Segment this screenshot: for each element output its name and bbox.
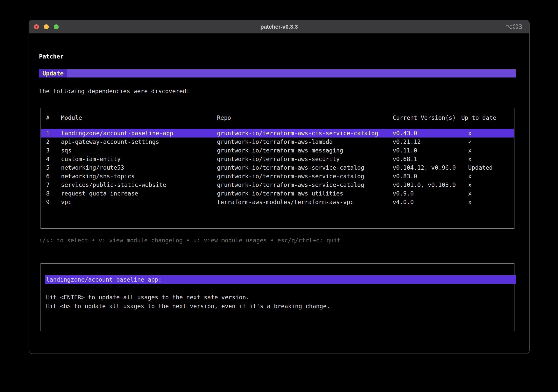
row-module: sqs — [61, 146, 217, 155]
row-num: 5 — [46, 163, 61, 172]
row-status: x — [461, 198, 514, 206]
titlebar[interactable]: patcher-v0.3.3 ⌥⌘3 — [29, 20, 529, 33]
detail-instruction-b: Hit <b> to update all usages to the next… — [46, 302, 514, 311]
table-row[interactable]: 9 vpc terraform-aws-modules/terraform-aw… — [41, 198, 514, 206]
tab-bar: Update — [39, 69, 516, 77]
row-versions: v0.101.0, v0.103.0 — [393, 181, 461, 189]
table-row[interactable]: 5 networking/route53 gruntwork-io/terraf… — [41, 163, 514, 172]
tab-update[interactable]: Update — [39, 69, 67, 77]
table-row[interactable]: 3 sqs gruntwork-io/terraform-aws-messagi… — [41, 146, 514, 155]
row-repo: gruntwork-io/terraform-aws-utilities — [217, 189, 393, 198]
row-versions: v0.104.12, v0.96.0 — [393, 163, 461, 172]
table-body: 1 landingzone/account-baseline-app grunt… — [41, 129, 514, 206]
row-module: services/public-static-website — [61, 181, 217, 189]
table-row[interactable]: 4 custom-iam-entity gruntwork-io/terrafo… — [41, 155, 514, 163]
detail-instruction-enter: Hit <ENTER> to update all usages to the … — [46, 293, 514, 302]
module-detail-panel: landingzone/account-baseline-app: Hit <E… — [41, 263, 514, 331]
dependencies-table: # Module Repo Current Version(s) Up to d… — [41, 108, 514, 229]
terminal-window: patcher-v0.3.3 ⌥⌘3 Patcher Update The fo… — [29, 20, 530, 354]
row-module: request-quota-increase — [61, 189, 217, 198]
row-repo: gruntwork-io/terraform-aws-service-catal… — [217, 163, 393, 172]
close-button-icon[interactable] — [34, 24, 39, 29]
row-num: 4 — [46, 155, 61, 163]
intro-text: The following dependencies were discover… — [39, 88, 516, 94]
row-versions: v0.68.1 — [393, 155, 461, 163]
row-repo: terraform-aws-modules/terraform-aws-vpc — [217, 198, 393, 206]
zoom-button-icon[interactable] — [54, 24, 59, 29]
row-repo: gruntwork-io/terraform-aws-lambda — [217, 138, 393, 146]
row-versions: v0.83.0 — [393, 172, 461, 181]
row-module: vpc — [61, 198, 217, 206]
row-status: x — [461, 189, 514, 198]
app-title: Patcher — [39, 53, 516, 60]
traffic-lights — [34, 24, 59, 29]
terminal-content: Patcher Update The following dependencie… — [39, 33, 516, 354]
row-status: x — [461, 146, 514, 155]
row-repo: gruntwork-io/terraform-aws-security — [217, 155, 393, 163]
row-num: 7 — [46, 181, 61, 189]
detail-instructions: Hit <ENTER> to update all usages to the … — [46, 293, 514, 311]
row-status: x — [461, 172, 514, 181]
row-num: 1 — [46, 129, 61, 138]
row-versions: v0.9.0 — [393, 189, 461, 198]
selected-module-banner: landingzone/account-baseline-app: — [45, 275, 516, 284]
row-repo: gruntwork-io/terraform-aws-service-catal… — [217, 181, 393, 189]
table-row[interactable]: 6 networking/sns-topics gruntwork-io/ter… — [41, 172, 514, 181]
row-versions: v0.21.12 — [393, 138, 461, 146]
row-versions: v0.11.0 — [393, 146, 461, 155]
row-num: 3 — [46, 146, 61, 155]
row-status: x — [461, 155, 514, 163]
row-num: 6 — [46, 172, 61, 181]
header-repo: Repo — [217, 114, 393, 121]
row-module: api-gateway-account-settings — [61, 138, 217, 146]
table-row[interactable]: 2 api-gateway-account-settings gruntwork… — [41, 138, 514, 146]
window-title: patcher-v0.3.3 — [261, 24, 298, 30]
row-num: 9 — [46, 198, 61, 206]
table-row[interactable]: 7 services/public-static-website gruntwo… — [41, 181, 514, 189]
row-status: x — [461, 181, 514, 189]
row-status: ✓ — [461, 138, 514, 146]
row-status: Updated — [461, 163, 514, 172]
row-num: 2 — [46, 138, 61, 146]
header-versions: Current Version(s) — [393, 114, 461, 121]
header-num: # — [46, 114, 61, 121]
header-module: Module — [61, 114, 217, 121]
row-repo: gruntwork-io/terraform-aws-messaging — [217, 146, 393, 155]
row-repo: gruntwork-io/terraform-aws-cis-service-c… — [217, 129, 393, 138]
keybinding-help: ↑/↓: to select • v: view module changelo… — [39, 237, 516, 244]
header-status: Up to date — [461, 114, 514, 121]
minimize-button-icon[interactable] — [44, 24, 49, 29]
table-row[interactable]: 1 landingzone/account-baseline-app grunt… — [41, 129, 514, 138]
row-num: 8 — [46, 189, 61, 198]
table-header-row: # Module Repo Current Version(s) Up to d… — [41, 108, 514, 125]
row-module: networking/sns-topics — [61, 172, 217, 181]
tab-shortcut-badge: ⌥⌘3 — [506, 20, 523, 33]
row-status: x — [461, 129, 514, 138]
row-module: networking/route53 — [61, 163, 217, 172]
row-versions: v0.43.0 — [393, 129, 461, 138]
table-row[interactable]: 8 request-quota-increase gruntwork-io/te… — [41, 189, 514, 198]
row-module: landingzone/account-baseline-app — [61, 129, 217, 138]
row-module: custom-iam-entity — [61, 155, 217, 163]
row-versions: v4.0.0 — [393, 198, 461, 206]
row-repo: gruntwork-io/terraform-aws-service-catal… — [217, 172, 393, 181]
